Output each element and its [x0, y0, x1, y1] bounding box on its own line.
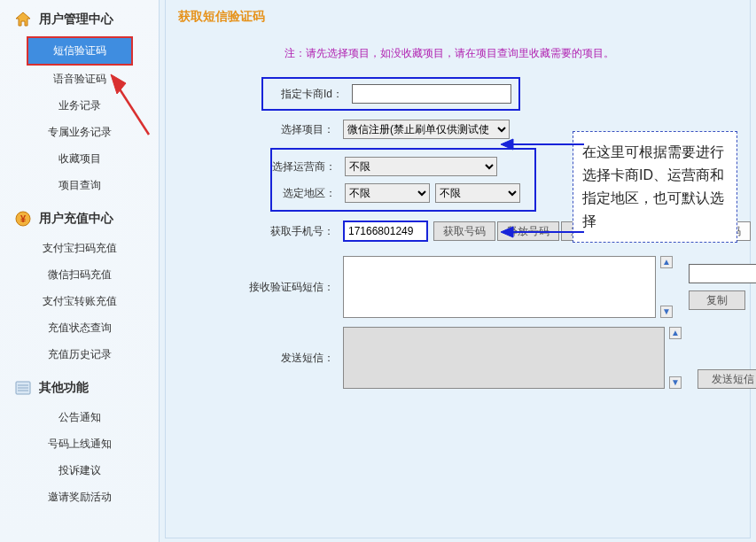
page-notice: 注：请先选择项目，如没收藏项目，请在项目查询里收藏需要的项目。 [166, 41, 733, 77]
sidebar-item-alipay-scan[interactable]: 支付宝扫码充值 [27, 236, 133, 261]
arrow-blue-1-icon [501, 137, 584, 151]
get-phone-label: 获取手机号： [219, 224, 343, 239]
svg-marker-8 [501, 139, 513, 150]
home-icon [14, 11, 32, 28]
sidebar-section-title: 其他功能 [39, 380, 89, 396]
merchant-id-highlight: 指定卡商Id： [261, 77, 520, 111]
scroll-down-icon[interactable]: ▼ [660, 306, 673, 318]
copy-button[interactable]: 复制 [689, 290, 745, 310]
send-sms-textarea[interactable] [343, 327, 665, 389]
recv-sms-label: 接收验证码短信： [219, 280, 343, 295]
arrow-red-icon [105, 69, 154, 140]
sidebar-section-recharge-center: ¥ 用户充值中心 [0, 203, 159, 235]
sidebar-section-title: 用户充值中心 [39, 211, 113, 227]
svg-line-11 [117, 85, 149, 135]
sidebar-item-project-query[interactable]: 项目查询 [27, 173, 133, 198]
region-label: 选定地区： [272, 186, 345, 201]
sidebar-item-invite-rewards[interactable]: 邀请奖励活动 [27, 484, 133, 510]
sidebar-item-feedback[interactable]: 投诉建议 [27, 458, 133, 484]
operator-select[interactable]: 不限 [345, 157, 497, 176]
coin-icon: ¥ [14, 210, 32, 228]
page-title: 获取短信验证码 [166, 0, 750, 41]
send-sms-button[interactable]: 发送短信 [698, 369, 756, 389]
sidebar-item-sms-code[interactable]: 短信验证码 [27, 36, 133, 66]
choose-project-label: 选择项目： [219, 122, 343, 137]
get-number-button[interactable]: 获取号码 [433, 221, 495, 241]
operator-label: 选择运营商： [272, 159, 345, 174]
region-select-2[interactable]: 不限 [435, 183, 520, 203]
region-select-1[interactable]: 不限 [345, 183, 430, 203]
svg-text:¥: ¥ [20, 213, 27, 224]
sidebar-section-title: 用户管理中心 [39, 12, 113, 27]
scroll-up-icon[interactable]: ▲ [669, 327, 682, 339]
choose-project-select[interactable]: 微信注册(禁止刷单仅供测试使 [343, 120, 510, 139]
sidebar-item-recharge-history[interactable]: 充值历史记录 [27, 342, 133, 368]
sidebar-item-wechat-scan[interactable]: 微信扫码充值 [27, 262, 133, 288]
sidebar-item-recharge-status[interactable]: 充值状态查询 [27, 315, 133, 341]
svg-marker-10 [501, 227, 513, 237]
sidebar-item-favorite-projects[interactable]: 收藏项目 [27, 146, 133, 172]
sidebar-item-announcement[interactable]: 公告通知 [27, 405, 133, 430]
send-sms-label: 发送短信： [219, 351, 343, 366]
merchant-id-input[interactable] [352, 84, 511, 104]
recv-sms-textarea[interactable] [343, 256, 656, 318]
sidebar-section-other: 其他功能 [0, 372, 159, 404]
scroll-down-icon[interactable]: ▼ [669, 376, 682, 389]
operator-region-highlight: 选择运营商： 不限 选定地区： 不限 [270, 148, 536, 212]
merchant-id-label: 指定卡商Id： [270, 87, 352, 102]
svg-marker-0 [16, 12, 30, 26]
list-icon [14, 379, 32, 397]
sidebar-section-user-center: 用户管理中心 [0, 4, 159, 35]
sidebar-item-alipay-transfer[interactable]: 支付宝转账充值 [27, 289, 133, 314]
copy-value-input[interactable] [689, 264, 756, 283]
annotation-note: 在这里可根据需要进行选择卡商ID、运营商和指定地区，也可默认选择 [573, 131, 737, 243]
arrow-blue-2-icon [501, 225, 584, 239]
main-panel: 获取短信验证码 注：请先选择项目，如没收藏项目，请在项目查询里收藏需要的项目。 … [160, 0, 756, 542]
phone-input[interactable] [343, 221, 428, 242]
svg-marker-12 [111, 74, 126, 94]
sidebar-item-number-online[interactable]: 号码上线通知 [27, 431, 133, 457]
scroll-up-icon[interactable]: ▲ [660, 256, 673, 268]
